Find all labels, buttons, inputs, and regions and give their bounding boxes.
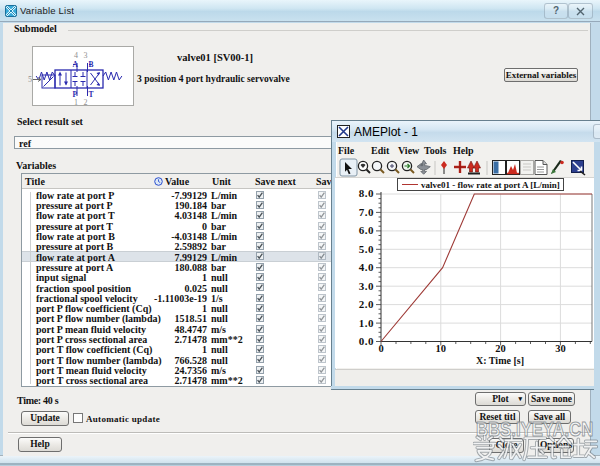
svg-text:B: B	[89, 60, 94, 69]
svg-text:A: A	[73, 60, 79, 69]
svg-text:5: 5	[28, 75, 32, 84]
svg-text:2: 2	[84, 98, 88, 107]
svg-text:1: 1	[74, 98, 78, 107]
svg-text:3: 3	[84, 51, 88, 60]
svg-text:T: T	[89, 90, 94, 99]
svg-text:4: 4	[74, 51, 78, 60]
